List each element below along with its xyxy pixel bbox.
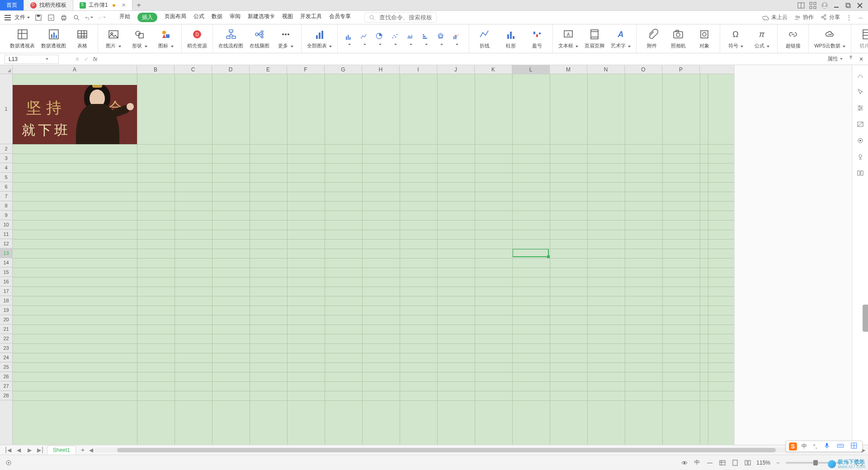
- row-header-28[interactable]: 28: [0, 391, 12, 400]
- ribbon-line-button[interactable]: [359, 32, 371, 45]
- tab-add-button[interactable]: ＋: [132, 0, 145, 10]
- ime-mic-icon[interactable]: [821, 442, 832, 451]
- ribbon-spark-col-button[interactable]: 柱形: [501, 28, 521, 49]
- sheet-nav-first[interactable]: ⎮◀: [4, 446, 12, 454]
- sheet-nav-last[interactable]: ▶⎮: [36, 446, 44, 454]
- ribbon-radar-button[interactable]: [435, 32, 448, 45]
- ribbon-picture-button[interactable]: 图片: [104, 28, 123, 49]
- ribbon-wpscloud-button[interactable]: WPS云数据: [814, 28, 845, 49]
- row-header-15[interactable]: 15: [0, 268, 12, 277]
- row-header-9[interactable]: 9: [0, 211, 12, 220]
- side-read-icon[interactable]: [856, 169, 864, 177]
- row-headers[interactable]: 1234567891011121314151617181920212223242…: [0, 74, 13, 445]
- ribbon-camera-button[interactable]: 照相机: [668, 28, 688, 49]
- embedded-picture[interactable]: 坚持 会 就下班: [13, 85, 137, 144]
- formula-input[interactable]: [102, 55, 373, 63]
- row-header-17[interactable]: 17: [0, 287, 12, 296]
- collab-button[interactable]: 协作: [794, 14, 814, 21]
- ribbon-symbol-button[interactable]: Ω符号: [726, 28, 745, 49]
- grid-icon[interactable]: [809, 2, 816, 9]
- ribbon-icons-button[interactable]: 图标: [156, 28, 176, 49]
- maximize-icon[interactable]: [844, 2, 852, 9]
- ribbon-table-button[interactable]: 表格: [72, 28, 92, 49]
- row-header-7[interactable]: 7: [0, 192, 12, 201]
- ribbon-tab-8[interactable]: 开发工具: [300, 13, 322, 22]
- file-menu[interactable]: 文件: [5, 14, 30, 21]
- lang-icon[interactable]: 中: [693, 459, 701, 467]
- row-header-27[interactable]: 27: [0, 381, 12, 391]
- ribbon-attach-button[interactable]: 附件: [642, 28, 662, 49]
- ribbon-scatter-button[interactable]: [389, 32, 402, 45]
- row-header-18[interactable]: 18: [0, 296, 12, 306]
- status-settings-icon[interactable]: [5, 459, 13, 467]
- fx-icon[interactable]: fx: [93, 56, 97, 62]
- row-header-3[interactable]: 3: [0, 154, 12, 163]
- ribbon-tab-3[interactable]: 公式: [193, 13, 204, 22]
- cancel-fx-icon[interactable]: ✕: [75, 56, 80, 62]
- col-header-E[interactable]: E: [250, 65, 287, 74]
- name-box[interactable]: [5, 55, 59, 64]
- ribbon-docer-button[interactable]: D稻壳资源: [187, 28, 207, 49]
- ime-grid-icon[interactable]: [849, 442, 859, 451]
- row-header-12[interactable]: 12: [0, 239, 12, 249]
- ribbon-tab-2[interactable]: 页面布局: [165, 13, 186, 22]
- col-header-P[interactable]: P: [662, 65, 700, 74]
- side-backup-icon[interactable]: [856, 136, 864, 145]
- ribbon-tab-1[interactable]: 插入: [137, 13, 157, 22]
- side-help-icon[interactable]: [856, 153, 864, 161]
- collapse-ribbon-icon[interactable]: ︿: [858, 14, 863, 21]
- save-icon[interactable]: [34, 14, 42, 22]
- row-header-23[interactable]: 23: [0, 343, 12, 353]
- col-header-B[interactable]: B: [137, 65, 175, 74]
- more-menu[interactable]: ⋮: [846, 14, 852, 21]
- cloud-status[interactable]: 未上云: [762, 14, 788, 21]
- ribbon-tab-5[interactable]: 审阅: [230, 13, 241, 22]
- redo-icon[interactable]: [98, 14, 106, 22]
- tab-template[interactable]: 找稻壳模板: [24, 0, 73, 10]
- col-header-D[interactable]: D: [212, 65, 250, 74]
- row-header-11[interactable]: 11: [0, 230, 12, 239]
- chevron-down-icon[interactable]: [46, 58, 48, 60]
- row-header-24[interactable]: 24: [0, 353, 12, 362]
- undo-icon[interactable]: [85, 14, 93, 22]
- side-layout-icon[interactable]: [856, 120, 864, 128]
- row-header-8[interactable]: 8: [0, 201, 12, 211]
- ribbon-equation-button[interactable]: π公式: [752, 28, 772, 49]
- row-header-25[interactable]: 25: [0, 362, 12, 372]
- ribbon-wordart-button[interactable]: A艺术字: [611, 28, 631, 49]
- pin-panel-icon[interactable]: [847, 55, 854, 63]
- minimize-icon[interactable]: [833, 2, 840, 9]
- zoom-slider-thumb[interactable]: [813, 460, 818, 465]
- ribbon-headerfooter-button[interactable]: 页眉页脚: [585, 28, 604, 49]
- row-header-13[interactable]: 13: [0, 249, 12, 258]
- view-split-icon[interactable]: [744, 459, 752, 467]
- col-header-C[interactable]: C: [175, 65, 212, 74]
- sheet-tab[interactable]: Sheet1: [47, 446, 76, 455]
- ribbon-tab-6[interactable]: 新建选项卡: [248, 13, 275, 22]
- col-header-L[interactable]: L: [512, 65, 550, 74]
- command-search-input[interactable]: [378, 14, 433, 21]
- ribbon-hyperlink-button[interactable]: 超链接: [783, 28, 803, 49]
- ribbon-pie-button[interactable]: [374, 32, 387, 45]
- col-header-O[interactable]: O: [625, 65, 662, 74]
- layout-icon[interactable]: [797, 2, 805, 9]
- row-header-2[interactable]: 2: [0, 144, 12, 154]
- sheet-nav-next[interactable]: ▶: [25, 446, 33, 454]
- print-preview-icon[interactable]: [72, 14, 80, 22]
- ribbon-pivotchart-button[interactable]: 数据透视图: [41, 28, 66, 49]
- ribbon-combo-button[interactable]: [451, 32, 463, 45]
- print-icon[interactable]: [60, 14, 68, 22]
- row-header-14[interactable]: 14: [0, 258, 12, 268]
- col-header-I[interactable]: I: [400, 65, 437, 74]
- ime-keyboard-icon[interactable]: [835, 442, 846, 451]
- row-header-1[interactable]: 1: [0, 74, 12, 144]
- ime-toolbar[interactable]: S 中 °,: [786, 441, 863, 452]
- sheet-nav-prev[interactable]: ◀: [14, 446, 23, 454]
- col-header-J[interactable]: J: [437, 65, 475, 74]
- tab-document[interactable]: 工作簿1 ✕: [73, 0, 132, 10]
- hscroll-left-icon[interactable]: ◀: [87, 446, 95, 454]
- sheet-add-button[interactable]: ＋: [79, 446, 87, 454]
- close-icon[interactable]: [856, 2, 863, 9]
- ribbon-textbox-button[interactable]: A文本框: [558, 28, 578, 49]
- zoom-label[interactable]: 115%: [756, 460, 770, 466]
